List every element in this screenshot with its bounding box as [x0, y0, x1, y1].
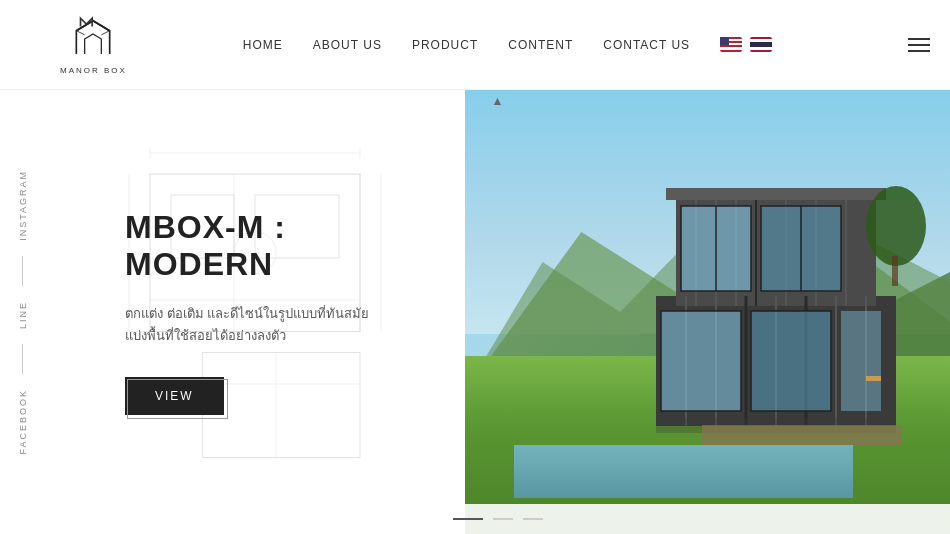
nav-about[interactable]: ABOUT US	[313, 38, 382, 52]
hamburger-line-3	[908, 50, 930, 52]
nav-contact[interactable]: CONTACT US	[603, 38, 690, 52]
product-title: MBOX-M : MODERN	[125, 209, 425, 283]
logo-icon	[68, 14, 118, 64]
left-content: MBOX-M : MODERN ตกแต่ง ต่อเติม และดีไซน์…	[125, 209, 425, 415]
svg-line-1	[102, 31, 110, 35]
hamburger-line-1	[908, 38, 930, 40]
sidebar-social: INSTAGRAM LINE FACEBOOK	[0, 90, 45, 534]
hero-image	[465, 90, 950, 534]
nav-home[interactable]: HOME	[243, 38, 283, 52]
svg-rect-43	[661, 311, 741, 411]
flag-th[interactable]	[750, 37, 772, 52]
building-scene	[465, 90, 950, 534]
svg-point-50	[866, 186, 926, 266]
nav-product[interactable]: PRODUCT	[412, 38, 478, 52]
language-flags	[720, 37, 772, 52]
svg-rect-44	[751, 311, 831, 411]
facebook-link[interactable]: FACEBOOK	[18, 374, 28, 470]
hamburger-line-2	[908, 44, 930, 46]
hamburger-menu[interactable]	[908, 38, 930, 52]
building-svg	[626, 156, 926, 436]
svg-rect-49	[866, 376, 881, 381]
product-description: ตกแต่ง ต่อเติม และดีไซน์ในรูปแบบที่ทันสม…	[125, 303, 385, 347]
scroll-up-button[interactable]: ▲	[492, 94, 504, 108]
logo[interactable]: MANOR BOX	[60, 14, 127, 75]
pagination-dot-3[interactable]	[523, 518, 543, 520]
main-nav: HOME ABOUT US PRODUCT CONTENT CONTACT US	[243, 37, 772, 52]
svg-rect-48	[666, 188, 886, 200]
right-panel	[465, 90, 950, 534]
left-panel: MBOX-M : MODERN ตกแต่ง ต่อเติม และดีไซน์…	[45, 90, 465, 534]
main-content: ▲ MBOX-M : MODERN ตกแต่ง ต่อเติม แ	[45, 90, 950, 534]
social-divider-1	[22, 256, 23, 286]
pool	[514, 445, 854, 498]
svg-rect-45	[841, 311, 881, 411]
line-link[interactable]: LINE	[18, 286, 28, 344]
instagram-link[interactable]: INSTAGRAM	[18, 155, 28, 256]
logo-text: MANOR BOX	[60, 66, 127, 75]
svg-line-0	[77, 31, 85, 35]
view-button[interactable]: VIEW	[125, 377, 224, 415]
pagination-dot-2[interactable]	[493, 518, 513, 520]
bottom-pagination	[45, 504, 950, 534]
deck	[702, 425, 902, 445]
pagination-dot-1[interactable]	[453, 518, 483, 520]
social-divider-2	[22, 344, 23, 374]
nav-content[interactable]: CONTENT	[508, 38, 573, 52]
svg-rect-51	[892, 256, 898, 286]
flag-en[interactable]	[720, 37, 742, 52]
header: MANOR BOX HOME ABOUT US PRODUCT CONTENT …	[0, 0, 950, 90]
